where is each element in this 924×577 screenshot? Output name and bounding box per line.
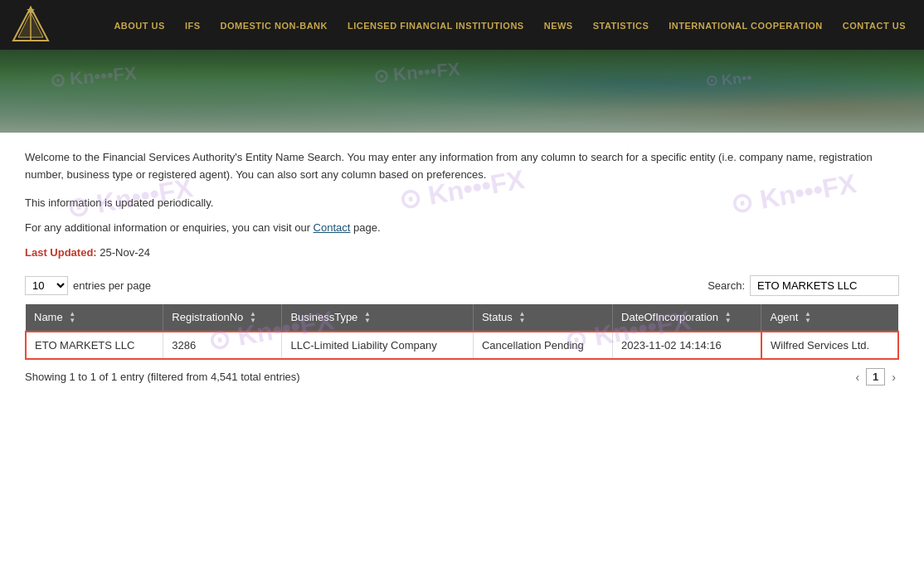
last-updated-label: Last Updated: <box>25 246 97 259</box>
cell-reg_no: 3286 <box>163 332 282 359</box>
col-header-regno[interactable]: RegistrationNo ▲▼ <box>163 304 282 332</box>
table-footer: Showing 1 to 1 of 1 entry (filtered from… <box>25 368 899 385</box>
contact-line: For any additional information or enquir… <box>25 221 899 234</box>
intro-paragraph1: Welcome to the Financial Services Author… <box>25 149 896 184</box>
col-header-date[interactable]: DateOfIncorporation ▲▼ <box>613 304 761 332</box>
cell-business_type: LLC-Limited Liability Company <box>282 332 474 359</box>
next-page-button[interactable]: › <box>888 369 899 385</box>
table-header-row: Name ▲▼ RegistrationNo ▲▼ BusinessType ▲… <box>26 304 898 332</box>
sort-icon-date: ▲▼ <box>725 311 732 324</box>
data-table: Name ▲▼ RegistrationNo ▲▼ BusinessType ▲… <box>25 304 899 361</box>
cell-name: ETO MARKETS LLC <box>26 332 163 359</box>
showing-text: Showing 1 to 1 of 1 entry (filtered from… <box>25 371 300 383</box>
nav-item-contact[interactable]: CONTACT US <box>833 19 916 32</box>
nav-item-about[interactable]: ABOUT US <box>104 19 174 32</box>
nav-item-licensed[interactable]: LICENSED FINANCIAL INSTITUTIONS <box>338 19 534 32</box>
nav-item-ifs[interactable]: IFS <box>175 19 211 32</box>
cell-status: Cancellation Pending <box>473 332 612 359</box>
logo <box>8 4 58 46</box>
col-header-name[interactable]: Name ▲▼ <box>26 304 163 332</box>
cell-date_incorp: 2023-11-02 14:14:16 <box>613 332 761 359</box>
page-1-button[interactable]: 1 <box>866 368 885 385</box>
sort-icon-name: ▲▼ <box>69 311 75 324</box>
col-header-biztype[interactable]: BusinessType ▲▼ <box>282 304 474 332</box>
col-header-agent[interactable]: Agent ▲▼ <box>761 304 898 332</box>
table-controls: 10 25 50 100 entries per page Search: <box>25 275 899 296</box>
pagination: ‹ 1 › <box>852 368 899 385</box>
main-content: ⊙ Kn•••FX ⊙ Kn•••FX ⊙ Kn•••FX ⊙ Kn•••FX … <box>0 133 924 402</box>
navbar: ABOUT US IFS DOMESTIC NON-BANK LICENSED … <box>0 0 924 50</box>
last-updated-date: 25-Nov-24 <box>100 246 150 259</box>
entries-label: entries per page <box>73 279 151 292</box>
nav-item-international[interactable]: INTERNATIONAL COOPERATION <box>659 19 832 32</box>
contact-link[interactable]: Contact <box>314 221 351 234</box>
hero-banner: ⊙ Kn•••FX ⊙ Kn•••FX ⊙ Kn•• <box>0 50 924 133</box>
entries-select[interactable]: 10 25 50 100 <box>25 276 68 295</box>
search-label: Search: <box>708 279 745 292</box>
nav-links: ABOUT US IFS DOMESTIC NON-BANK LICENSED … <box>66 19 916 32</box>
nav-item-statistics[interactable]: STATISTICS <box>583 19 659 32</box>
sort-icon-agent: ▲▼ <box>805 311 811 324</box>
sort-icon-status: ▲▼ <box>518 311 525 324</box>
sort-icon-regno: ▲▼ <box>250 311 256 324</box>
entries-control: 10 25 50 100 entries per page <box>25 276 151 295</box>
intro-paragraph2: This information is updated periodically… <box>25 196 899 209</box>
search-input[interactable] <box>750 275 899 296</box>
prev-page-button[interactable]: ‹ <box>852 369 863 385</box>
table-row: ETO MARKETS LLC3286LLC-Limited Liability… <box>26 332 898 359</box>
nav-item-domestic[interactable]: DOMESTIC NON-BANK <box>211 19 338 32</box>
last-updated: Last Updated: 25-Nov-24 <box>25 246 899 259</box>
sort-icon-biztype: ▲▼ <box>364 311 371 324</box>
search-control: Search: <box>708 275 899 296</box>
cell-agent: Wilfred Services Ltd. <box>761 332 898 359</box>
col-header-status[interactable]: Status ▲▼ <box>473 304 612 332</box>
nav-item-news[interactable]: NEWS <box>534 19 583 32</box>
